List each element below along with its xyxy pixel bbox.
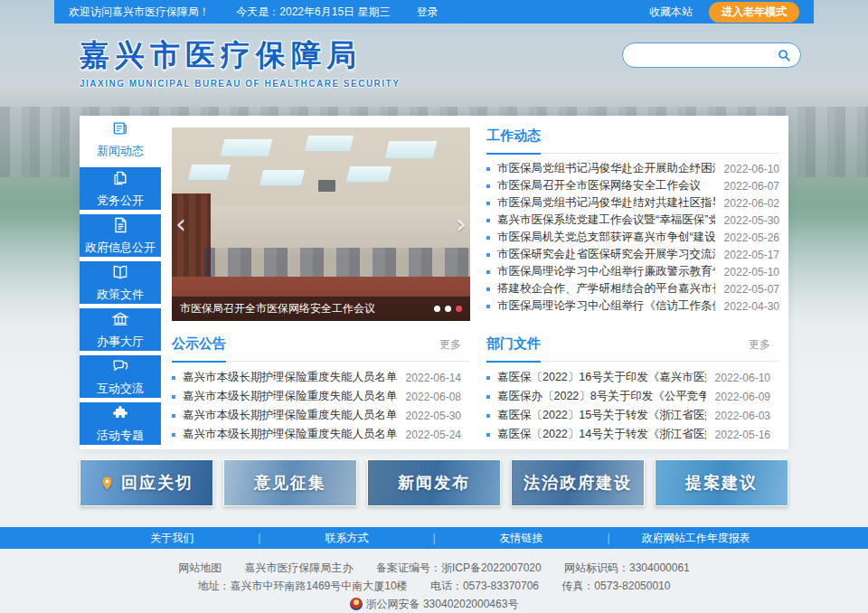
news-title[interactable]: 市医保局机关党总支部获评嘉兴市争创“建设清廉机... bbox=[497, 230, 715, 245]
news-item[interactable]: 市医保局理论学习中心组举行廉政警示教育专题学习... 2022-05-10 bbox=[486, 263, 788, 280]
announcement-item[interactable]: 嘉兴市本级长期护理保险重度失能人员名单公示（2... 2022-06-08 bbox=[172, 387, 470, 406]
carousel-dot-active[interactable] bbox=[456, 306, 462, 312]
sidebar-item-label: 办事大厅 bbox=[97, 334, 144, 350]
sidebar-item-service-hall[interactable]: 办事大厅 bbox=[80, 308, 161, 351]
news-item[interactable]: 市医保局机关党总支部获评嘉兴市争创“建设清廉机... 2022-05-26 bbox=[486, 229, 788, 246]
host-org-text: 嘉兴市医疗保障局主办 bbox=[245, 561, 354, 574]
news-date: 2022-06-07 bbox=[724, 180, 779, 193]
footer-nav-contact[interactable]: 联系方式 bbox=[260, 531, 432, 546]
sidebar-item-interaction[interactable]: 互动交流 bbox=[80, 355, 161, 398]
news-item[interactable]: 搭建校企合作、产学研相结合的平台嘉兴市长期护理... 2022-05-07 bbox=[486, 280, 788, 297]
news-date: 2022-05-07 bbox=[724, 283, 779, 296]
current-date-text: 今天是：2022年6月15日 星期三 bbox=[236, 5, 390, 18]
footer-nav: 关于我们 | 联系方式 | 友情链接 | 政府网站工作年度报表 bbox=[0, 527, 868, 549]
dept-file-item[interactable]: 嘉医保〔2022〕14号关于转发《浙江省医疗保... 2022-05-16 bbox=[486, 425, 779, 444]
sidebar-item-special-topics[interactable]: 活动专题 bbox=[80, 402, 161, 445]
dept-file-item[interactable]: 嘉医保〔2022〕16号关于印发《嘉兴市医疗保... 2022-06-10 bbox=[486, 368, 779, 387]
sidebar-item-label: 政策文件 bbox=[97, 287, 144, 303]
ceiling-light bbox=[221, 139, 273, 156]
announcement-item[interactable]: 嘉兴市本级长期护理保险重度失能人员名单公示（2... 2022-06-14 bbox=[172, 368, 470, 387]
dept-file-title[interactable]: 嘉医保〔2022〕16号关于印发《嘉兴市医疗保... bbox=[497, 370, 706, 385]
announcements-more-link[interactable]: 更多 bbox=[439, 337, 461, 353]
section-title-dept-files[interactable]: 部门文件 bbox=[486, 335, 541, 353]
search-icon[interactable] bbox=[777, 48, 791, 62]
announcement-item[interactable]: 嘉兴市本级长期护理保险重度失能人员名单公示（2... 2022-05-24 bbox=[172, 425, 470, 444]
dept-file-item[interactable]: 嘉医保〔2022〕15号关于转发《浙江省医疗保... 2022-06-03 bbox=[486, 406, 779, 425]
bullet-icon bbox=[172, 395, 175, 399]
news-title[interactable]: 市医保局党组书记冯俊华赴结对共建社区指导全国文... bbox=[497, 195, 715, 211]
dept-files-more-link[interactable]: 更多 bbox=[749, 337, 770, 353]
announcement-date: 2022-05-24 bbox=[406, 429, 461, 441]
news-item[interactable]: 市医保局党组书记冯俊华赴企开展助企纾困活动 2022-06-10 bbox=[486, 160, 788, 177]
news-item[interactable]: 市医保局党组书记冯俊华赴结对共建社区指导全国文... 2022-06-02 bbox=[486, 194, 788, 212]
dept-file-title[interactable]: 嘉医保办〔2022〕8号关于印发《公平竞争审查... bbox=[497, 389, 706, 404]
site-id-text: 网站标识码：3304000061 bbox=[564, 561, 690, 574]
bullet-icon bbox=[486, 219, 490, 222]
news-item[interactable]: 嘉兴市医保系统党建工作会议暨“幸福医保”党建联... 2022-05-30 bbox=[486, 212, 788, 229]
carousel-next-icon[interactable]: › bbox=[456, 211, 467, 238]
sidebar-item-policy-files[interactable]: 政策文件 bbox=[80, 261, 161, 304]
favorite-site-link[interactable]: 收藏本站 bbox=[649, 5, 693, 20]
address-text: 地址：嘉兴市中环南路1469号中南大厦10楼 bbox=[198, 580, 408, 592]
dept-file-title[interactable]: 嘉医保〔2022〕14号关于转发《浙江省医疗保... bbox=[497, 427, 706, 442]
sidebar-item-party-affairs[interactable]: 党务公开 bbox=[80, 167, 161, 210]
pages-icon bbox=[111, 169, 129, 190]
news-title[interactable]: 市医保局党组书记冯俊华赴企开展助企纾困活动 bbox=[497, 161, 715, 176]
announcement-title[interactable]: 嘉兴市本级长期护理保险重度失能人员名单公示（2... bbox=[183, 408, 397, 423]
sidebar-item-gov-info[interactable]: 政府信息公开 bbox=[80, 214, 161, 257]
footer-nav-annual-report[interactable]: 政府网站工作年度报表 bbox=[610, 531, 782, 546]
bullet-icon bbox=[486, 270, 490, 274]
dept-file-item[interactable]: 嘉医保办〔2022〕8号关于印发《公平竞争审查... 2022-06-09 bbox=[486, 387, 779, 406]
carousel-dot[interactable] bbox=[434, 306, 440, 312]
ceiling-light bbox=[188, 165, 231, 180]
elder-mode-button[interactable]: 进入老年模式 bbox=[709, 2, 799, 23]
news-title[interactable]: 市医保局召开全市医保网络安全工作会议 bbox=[497, 178, 715, 193]
bank-icon bbox=[111, 310, 129, 331]
location-pin-icon bbox=[99, 476, 115, 491]
news-date: 2022-05-17 bbox=[724, 249, 779, 261]
security-filing-link[interactable]: 浙公网安备 33040202000463号 bbox=[366, 598, 519, 610]
announcement-title[interactable]: 嘉兴市本级长期护理保险重度失能人员名单公示（2... bbox=[183, 389, 397, 404]
announcement-title[interactable]: 嘉兴市本级长期护理保险重度失能人员名单公示（2... bbox=[183, 370, 397, 385]
site-subtitle: JIAXING MUNICIPAL BUREAU OF HEALTHCARE S… bbox=[80, 79, 400, 89]
search-input[interactable] bbox=[627, 46, 777, 64]
news-title[interactable]: 市医保局理论学习中心组举行廉政警示教育专题学习... bbox=[497, 264, 715, 279]
welcome-text: 欢迎访问嘉兴市医疗保障局！ bbox=[69, 5, 210, 18]
carousel-prev-icon[interactable]: ‹ bbox=[175, 211, 186, 238]
section-title-work-news[interactable]: 工作动态 bbox=[486, 127, 541, 145]
news-item[interactable]: 市医保局召开全市医保网络安全工作会议 2022-06-07 bbox=[486, 177, 788, 194]
bullet-icon bbox=[486, 288, 490, 291]
quick-link-opinion-collection[interactable]: 意见征集 bbox=[223, 459, 357, 506]
login-link[interactable]: 登录 bbox=[417, 5, 439, 18]
carousel-caption[interactable]: 市医保局召开全市医保网络安全工作会议 bbox=[180, 301, 427, 316]
quick-link-proposals[interactable]: 提案建议 bbox=[655, 459, 788, 506]
sitemap-link[interactable]: 网站地图 bbox=[178, 561, 222, 574]
footer-nav-friend-links[interactable]: 友情链接 bbox=[436, 531, 608, 546]
quick-link-label: 回应关切 bbox=[121, 472, 193, 494]
news-date: 2022-05-30 bbox=[724, 214, 779, 227]
fax-text: 传真：0573-82050010 bbox=[561, 580, 670, 592]
section-dept-files: 部门文件 更多 嘉医保〔2022〕16号关于印发《嘉兴市医疗保... 2022-… bbox=[486, 335, 788, 444]
bullet-icon bbox=[172, 414, 175, 418]
ceiling-light bbox=[259, 170, 305, 185]
section-title-announcements[interactable]: 公示公告 bbox=[172, 335, 226, 353]
quick-link-rule-of-law[interactable]: 法治政府建设 bbox=[511, 459, 645, 506]
dept-file-title[interactable]: 嘉医保〔2022〕15号关于转发《浙江省医疗保... bbox=[497, 408, 706, 423]
news-title[interactable]: 市医保局理论学习中心组举行《信访工作条例》专题... bbox=[497, 298, 715, 314]
news-title[interactable]: 搭建校企合作、产学研相结合的平台嘉兴市长期护理... bbox=[497, 281, 715, 297]
carousel-dot[interactable] bbox=[445, 306, 451, 312]
announcement-item[interactable]: 嘉兴市本级长期护理保险重度失能人员名单公示（2... 2022-05-30 bbox=[172, 406, 470, 425]
quick-link-respond-concerns[interactable]: 回应关切 bbox=[80, 459, 213, 506]
footer-nav-about[interactable]: 关于我们 bbox=[86, 531, 258, 546]
chat-bubbles-icon bbox=[111, 357, 129, 378]
quick-link-label: 提案建议 bbox=[685, 472, 758, 494]
news-item[interactable]: 市医保研究会赴省医保研究会开展学习交流活动 2022-05-17 bbox=[486, 246, 788, 263]
news-title[interactable]: 嘉兴市医保系统党建工作会议暨“幸福医保”党建联... bbox=[497, 212, 715, 228]
bullet-icon bbox=[486, 202, 490, 205]
quick-link-press-release[interactable]: 新闻发布 bbox=[367, 459, 501, 506]
footer-line-3: 浙公网安备 33040202000463号 bbox=[0, 595, 868, 613]
sidebar-item-news[interactable]: 新闻动态 bbox=[80, 116, 161, 163]
news-title[interactable]: 市医保研究会赴省医保研究会开展学习交流活动 bbox=[497, 247, 715, 262]
news-item[interactable]: 市医保局理论学习中心组举行《信访工作条例》专题... 2022-04-30 bbox=[486, 297, 788, 315]
announcement-title[interactable]: 嘉兴市本级长期护理保险重度失能人员名单公示（2... bbox=[183, 427, 397, 442]
